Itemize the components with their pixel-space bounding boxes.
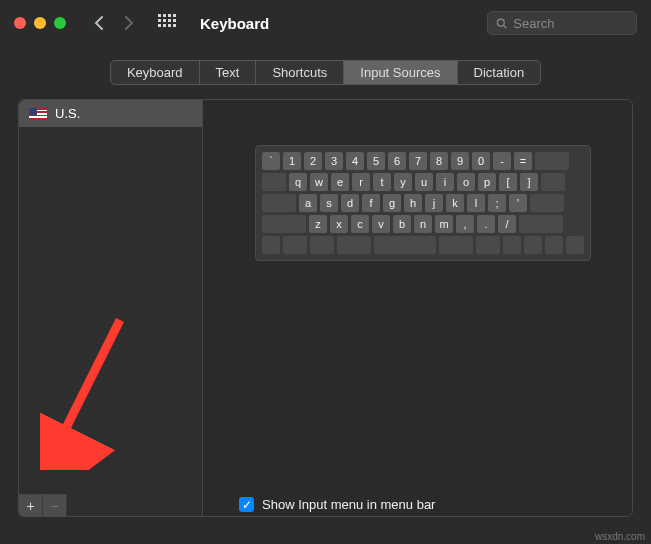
remove-source-button[interactable]: − xyxy=(43,495,67,516)
keyboard-preview: `1234567890-= qwertyuiop[] asdfghjkl;' z… xyxy=(255,145,591,261)
key xyxy=(519,215,563,233)
all-settings-icon[interactable] xyxy=(158,14,176,32)
key: p xyxy=(478,173,496,191)
key: 8 xyxy=(430,152,448,170)
key: e xyxy=(331,173,349,191)
add-remove-bar: + − xyxy=(19,494,67,516)
key xyxy=(439,236,473,254)
key: 2 xyxy=(304,152,322,170)
key: f xyxy=(362,194,380,212)
key: u xyxy=(415,173,433,191)
key xyxy=(476,236,500,254)
key: 9 xyxy=(451,152,469,170)
svg-line-1 xyxy=(503,25,506,28)
key: [ xyxy=(499,173,517,191)
key xyxy=(535,152,569,170)
key: x xyxy=(330,215,348,233)
key: w xyxy=(310,173,328,191)
key: 3 xyxy=(325,152,343,170)
tab-input-sources[interactable]: Input Sources xyxy=(344,61,457,84)
key: = xyxy=(514,152,532,170)
window-title: Keyboard xyxy=(200,15,269,32)
checkbox-icon[interactable]: ✓ xyxy=(239,497,254,512)
key: o xyxy=(457,173,475,191)
sources-list: U.S. + − xyxy=(19,100,203,516)
key: 0 xyxy=(472,152,490,170)
watermark: wsxdn.com xyxy=(595,531,645,542)
key: ] xyxy=(520,173,538,191)
tab-bar: Keyboard Text Shortcuts Input Sources Di… xyxy=(110,60,541,85)
key: i xyxy=(436,173,454,191)
key: m xyxy=(435,215,453,233)
keyboard-preview-area: `1234567890-= qwertyuiop[] asdfghjkl;' z… xyxy=(203,100,632,516)
key: z xyxy=(309,215,327,233)
key: c xyxy=(351,215,369,233)
tab-text[interactable]: Text xyxy=(200,61,257,84)
key: , xyxy=(456,215,474,233)
search-icon xyxy=(496,17,507,30)
key xyxy=(524,236,542,254)
key: n xyxy=(414,215,432,233)
key: a xyxy=(299,194,317,212)
key xyxy=(310,236,334,254)
key: l xyxy=(467,194,485,212)
close-icon[interactable] xyxy=(14,17,26,29)
key: ` xyxy=(262,152,280,170)
key: h xyxy=(404,194,422,212)
key: 6 xyxy=(388,152,406,170)
key xyxy=(566,236,584,254)
key: t xyxy=(373,173,391,191)
source-name: U.S. xyxy=(55,106,80,121)
key: s xyxy=(320,194,338,212)
key: / xyxy=(498,215,516,233)
key: k xyxy=(446,194,464,212)
key: g xyxy=(383,194,401,212)
back-button[interactable] xyxy=(88,12,110,34)
key: r xyxy=(352,173,370,191)
key xyxy=(262,173,286,191)
key: b xyxy=(393,215,411,233)
tab-shortcuts[interactable]: Shortcuts xyxy=(256,61,344,84)
titlebar: Keyboard xyxy=(0,0,651,46)
zoom-icon[interactable] xyxy=(54,17,66,29)
key xyxy=(374,236,436,254)
key: y xyxy=(394,173,412,191)
search-field[interactable] xyxy=(487,11,637,35)
search-input[interactable] xyxy=(513,16,628,31)
key xyxy=(545,236,563,254)
add-source-button[interactable]: + xyxy=(19,495,43,516)
tab-keyboard[interactable]: Keyboard xyxy=(111,61,200,84)
flag-us-icon xyxy=(29,108,47,120)
key xyxy=(503,236,521,254)
key: q xyxy=(289,173,307,191)
input-sources-panel: U.S. + − `1234567890-= qwertyuiop[] asdf… xyxy=(18,99,633,517)
show-input-menu-row[interactable]: ✓ Show Input menu in menu bar xyxy=(239,497,435,512)
key: d xyxy=(341,194,359,212)
source-item-us[interactable]: U.S. xyxy=(19,100,202,127)
key xyxy=(541,173,565,191)
key xyxy=(262,215,306,233)
key xyxy=(262,236,280,254)
key xyxy=(283,236,307,254)
key: - xyxy=(493,152,511,170)
key: j xyxy=(425,194,443,212)
checkbox-label: Show Input menu in menu bar xyxy=(262,497,435,512)
key: 1 xyxy=(283,152,301,170)
key: . xyxy=(477,215,495,233)
key: 7 xyxy=(409,152,427,170)
tab-dictation[interactable]: Dictation xyxy=(458,61,541,84)
svg-point-0 xyxy=(497,19,504,26)
key xyxy=(337,236,371,254)
forward-button[interactable] xyxy=(118,12,140,34)
key: 5 xyxy=(367,152,385,170)
key: ' xyxy=(509,194,527,212)
minimize-icon[interactable] xyxy=(34,17,46,29)
key: ; xyxy=(488,194,506,212)
key xyxy=(262,194,296,212)
window-controls xyxy=(14,17,66,29)
key xyxy=(530,194,564,212)
key: v xyxy=(372,215,390,233)
key: 4 xyxy=(346,152,364,170)
